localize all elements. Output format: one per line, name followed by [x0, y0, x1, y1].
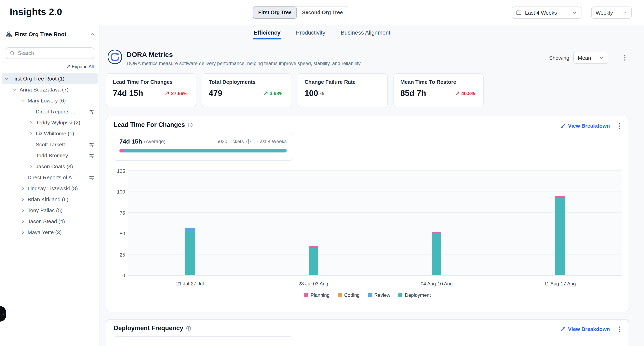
chevron-right-icon [1, 312, 5, 316]
x-axis-label: 21 Jul-27 Jul [176, 281, 204, 287]
chevron-right-icon[interactable] [20, 197, 26, 202]
legend-label: Review [374, 292, 390, 298]
bar-segment-review [185, 228, 195, 232]
info-icon[interactable] [246, 139, 251, 144]
chevron-down-icon[interactable] [12, 87, 18, 92]
chevron-right-icon[interactable] [28, 120, 34, 125]
metric-card: Mean Time To Restore85d 7h40.8% [394, 73, 484, 107]
metric-title: Change Failure Rate [304, 79, 381, 85]
legend-swatch [304, 293, 308, 297]
expand-icon [560, 326, 566, 332]
summary-bar-segment-planning [120, 149, 124, 152]
metric-value: 85d 7h [400, 89, 426, 98]
legend-swatch [338, 293, 342, 297]
deployment-frequency-panel: Deployment Frequency View Breakdown ⋮ [106, 319, 629, 346]
tree-item[interactable]: Anna Scozzafava (7) [2, 84, 98, 95]
lead-time-menu-button[interactable]: ⋮ [616, 122, 623, 130]
tree-item-label: Todd Bromley [36, 152, 68, 158]
legend-label: Deployment [405, 292, 431, 298]
tree-item[interactable]: Lindsay Liszewski (8) [2, 183, 98, 194]
y-axis-label: 125 [109, 168, 125, 174]
chart-legend: PlanningCodingReviewDeployment [106, 292, 628, 298]
chevron-right-icon[interactable] [20, 208, 26, 213]
granularity-select[interactable]: Weekly [591, 7, 632, 19]
dora-title: DORA Metrics [127, 51, 173, 59]
chevron-down-icon[interactable] [4, 76, 9, 81]
metric-delta: 27.56% [165, 90, 188, 96]
filter-icon[interactable] [89, 109, 94, 114]
metric-card: Total Deployments4793.68% [202, 73, 292, 107]
chart-bar[interactable] [555, 196, 565, 275]
chart-bar[interactable] [308, 246, 318, 275]
info-icon[interactable] [186, 325, 192, 331]
tree-item[interactable]: Tony Pallas (5) [2, 205, 98, 216]
tree-item-label: Teddy Wylupski (2) [36, 119, 80, 126]
tree-item-label: Direct Reports of A... [28, 175, 76, 181]
tab-business-alignment[interactable]: Business Alignment [340, 29, 391, 40]
search-input[interactable] [18, 50, 90, 56]
average-value: 74d 15h [120, 138, 142, 145]
tree-item[interactable]: Teddy Wylupski (2) [2, 117, 98, 128]
tree-item[interactable]: First Org Tree Root (1) [2, 73, 98, 84]
chevron-right-icon[interactable] [20, 230, 26, 235]
legend-item-planning: Planning [304, 292, 330, 298]
chevron-right-icon[interactable] [28, 164, 34, 169]
legend-swatch [398, 293, 402, 297]
filter-icon[interactable] [89, 153, 94, 158]
topbar: Insights 2.0 First Org TreeSecond Org Tr… [0, 0, 644, 25]
metric-card: Lead Time For Changes74d 15h27.56% [106, 73, 196, 107]
y-axis-label: 75 [109, 210, 125, 216]
expand-all-button[interactable]: Expand All [66, 64, 94, 69]
chevron-down-icon [599, 55, 604, 60]
chart-bar[interactable] [185, 228, 195, 275]
trend-up-icon [165, 91, 170, 96]
legend-item-coding: Coding [338, 292, 360, 298]
tab-efficiency[interactable]: Efficiency [253, 29, 281, 40]
legend-item-review: Review [368, 292, 390, 298]
aggregation-select[interactable]: Mean [573, 52, 608, 64]
org-toggle-second[interactable]: Second Org Tree [297, 7, 348, 19]
view-breakdown-label: View Breakdown [568, 326, 610, 332]
tree-item[interactable]: Brian Kirkland (6) [2, 194, 98, 205]
tree-item[interactable]: Liz Whittome (1) [2, 128, 98, 139]
metric-value: 74d 15h [113, 89, 143, 98]
info-icon[interactable] [188, 122, 193, 127]
summary-bar-segment-deployment [128, 149, 287, 152]
search-box[interactable] [6, 47, 94, 59]
tree-item[interactable]: Scott Tarkett [2, 139, 98, 150]
date-range-select[interactable]: Last 4 Weeks [512, 7, 582, 19]
tree-item[interactable]: Direct Reports ... [2, 106, 98, 117]
tree-item[interactable]: Jason Stead (4) [2, 216, 98, 227]
showing-control: Showing Mean [549, 52, 608, 64]
view-breakdown-button[interactable]: View Breakdown [560, 123, 610, 129]
app-title: Insights 2.0 [10, 7, 62, 18]
bar-segment-deployment [185, 232, 195, 275]
chevron-down-icon[interactable] [20, 98, 26, 103]
metric-unit: % [320, 90, 324, 96]
chevron-right-icon[interactable] [20, 186, 26, 191]
dora-menu-button[interactable]: ⋮ [621, 53, 628, 62]
tree-item-label: Brian Kirkland (6) [28, 196, 68, 203]
filter-icon[interactable] [89, 142, 94, 147]
deployment-summary-box [113, 336, 293, 346]
chevron-right-icon[interactable] [28, 131, 34, 136]
view-breakdown-button[interactable]: View Breakdown [560, 326, 610, 332]
bar-segment-deployment [555, 198, 565, 275]
bar-segment-planning [308, 246, 318, 248]
chevron-right-icon[interactable] [20, 219, 26, 224]
tree-item[interactable]: Todd Bromley [2, 150, 98, 161]
tree-item[interactable]: Direct Reports of A... [2, 172, 98, 183]
lead-time-title: Lead Time For Changes [114, 121, 185, 128]
chart-bar[interactable] [432, 232, 442, 275]
tree-item[interactable]: Jason Coats (3) [2, 161, 98, 172]
tree-item[interactable]: Mary Lowery (6) [2, 95, 98, 106]
org-toggle-first[interactable]: First Org Tree [253, 7, 297, 19]
tab-productivity[interactable]: Productivity [295, 29, 326, 40]
deployment-menu-button[interactable]: ⋮ [616, 325, 623, 334]
metric-title: Mean Time To Restore [400, 79, 477, 85]
org-tree-toggle: First Org TreeSecond Org Tree [252, 6, 348, 19]
filter-icon[interactable] [89, 175, 94, 180]
metric-cards: Lead Time For Changes74d 15h27.56%Total … [106, 73, 484, 107]
tree-item[interactable]: Maya Yette (3) [2, 227, 98, 238]
main-tabs: EfficiencyProductivityBusiness Alignment [0, 29, 644, 40]
